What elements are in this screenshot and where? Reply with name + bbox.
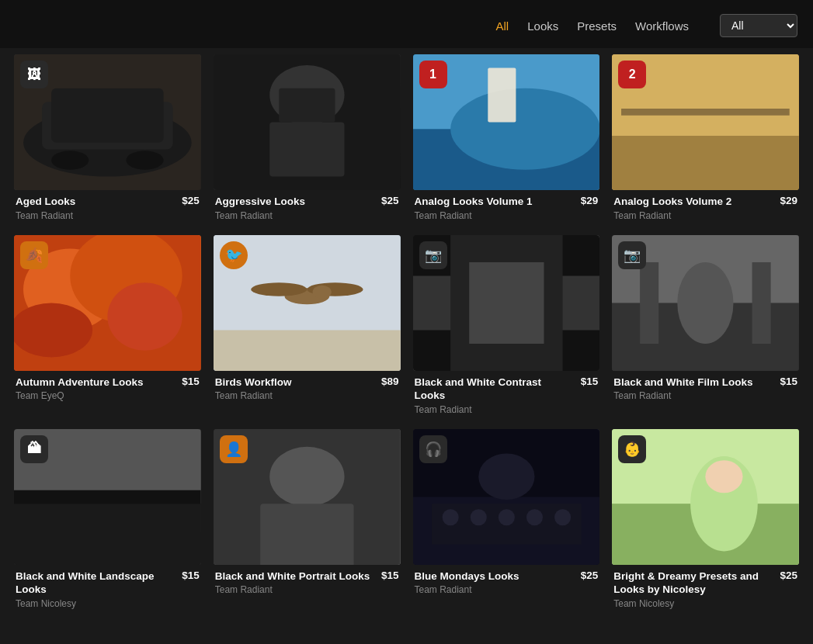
product-card-autumn-adventure[interactable]: 🍂 Autumn Adventure Looks $15 Team EyeQ <box>8 229 207 423</box>
card-badge-bright-dreamy: 👶 <box>618 435 646 463</box>
svg-point-29 <box>312 285 331 299</box>
card-info-bw-contrast: Black and White Contrast Looks $15 Team … <box>413 371 600 417</box>
card-title-row-analog-looks-1: Analog Looks Volume 1 $29 <box>415 195 599 209</box>
card-price-bright-dreamy: $25 <box>780 570 797 581</box>
card-author-bw-contrast: Team Radiant <box>415 404 599 415</box>
svg-point-60 <box>706 460 743 493</box>
svg-rect-8 <box>269 123 344 177</box>
card-title-row-aggressive-looks: Aggressive Looks $25 <box>215 195 399 209</box>
card-price-aggressive-looks: $25 <box>381 195 399 206</box>
card-price-bw-contrast: $15 <box>581 376 599 387</box>
card-title-row-bw-landscape: Black and White Landscape Looks $15 <box>16 570 200 597</box>
svg-point-22 <box>107 282 182 351</box>
card-title-autumn-adventure: Autumn Adventure Looks <box>16 376 175 390</box>
card-info-analog-looks-1: Analog Looks Volume 1 $29 Team Radiant <box>413 190 600 223</box>
card-title-row-analog-looks-2: Analog Looks Volume 2 $29 <box>613 195 797 209</box>
nav-tab-presets[interactable]: Presets <box>577 19 617 33</box>
product-card-analog-looks-1[interactable]: 1 Analog Looks Volume 1 $29 Team Radiant <box>407 48 606 229</box>
card-info-aggressive-looks: Aggressive Looks $25 Team Radiant <box>214 190 401 223</box>
product-card-blue-mondays[interactable]: 🎧 Blue Mondays Looks $25 Team Radiant <box>407 423 606 617</box>
nav-tab-all[interactable]: All <box>496 19 509 33</box>
card-title-row-blue-mondays: Blue Mondays Looks $25 <box>415 570 599 583</box>
svg-point-27 <box>251 282 307 296</box>
card-badge-bw-film: 📷 <box>618 241 646 269</box>
card-title-analog-looks-2: Analog Looks Volume 2 <box>613 195 773 209</box>
product-card-bright-dreamy[interactable]: 👶 Bright & Dreamy Presets and Looks by N… <box>606 423 805 617</box>
card-price-autumn-adventure: $15 <box>182 376 200 387</box>
svg-point-45 <box>269 446 344 506</box>
card-author-birds-workflow: Team Radiant <box>215 390 399 401</box>
product-card-bw-contrast[interactable]: 📷 Black and White Contrast Looks $15 Tea… <box>407 229 606 423</box>
svg-rect-16 <box>612 136 799 190</box>
card-badge-bw-landscape: 🏔 <box>20 435 48 463</box>
card-badge-bw-contrast: 📷 <box>419 241 447 269</box>
card-title-birds-workflow: Birds Workflow <box>215 376 375 390</box>
product-card-aged-looks[interactable]: 🖼 Aged Looks $25 Team Radiant <box>8 48 207 229</box>
product-card-bw-portrait[interactable]: 👤 Black and White Portrait Looks $15 Tea… <box>207 423 407 617</box>
svg-point-52 <box>470 509 486 525</box>
card-title-bright-dreamy: Bright & Dreamy Presets and Looks by Nic… <box>613 570 773 597</box>
card-info-bw-film: Black and White Film Looks $15 Team Radi… <box>612 371 799 403</box>
card-badge-autumn-adventure: 🍂 <box>20 241 48 269</box>
card-title-row-bw-portrait: Black and White Portrait Looks $15 <box>215 570 399 583</box>
card-info-bright-dreamy: Bright & Dreamy Presets and Looks by Nic… <box>612 565 799 611</box>
card-info-blue-mondays: Blue Mondays Looks $25 Team Radiant <box>413 565 600 597</box>
card-title-analog-looks-1: Analog Looks Volume 1 <box>415 195 575 209</box>
product-card-aggressive-looks[interactable]: Aggressive Looks $25 Team Radiant <box>207 48 407 229</box>
nav-tab-looks[interactable]: Looks <box>527 19 558 33</box>
card-title-bw-portrait: Black and White Portrait Looks <box>215 570 375 583</box>
card-image-autumn-adventure: 🍂 <box>14 235 201 371</box>
svg-point-13 <box>450 88 600 170</box>
card-image-bw-portrait: 👤 <box>214 429 401 565</box>
card-badge-analog-looks-2: 2 <box>618 61 646 88</box>
card-author-aggressive-looks: Team Radiant <box>215 210 399 221</box>
svg-point-53 <box>498 509 514 525</box>
card-image-aggressive-looks <box>214 54 401 190</box>
product-card-analog-looks-2[interactable]: 2 Analog Looks Volume 2 $29 Team Radiant <box>606 48 805 229</box>
card-price-bw-landscape: $15 <box>182 570 200 581</box>
svg-rect-14 <box>488 68 516 123</box>
card-title-row-birds-workflow: Birds Workflow $89 <box>215 376 399 390</box>
card-image-analog-looks-2: 2 <box>612 54 799 190</box>
card-title-bw-contrast: Black and White Contrast Looks <box>415 376 575 403</box>
card-author-analog-looks-1: Team Radiant <box>415 210 599 221</box>
svg-rect-18 <box>621 109 790 116</box>
card-image-bw-film: 📷 <box>612 235 799 371</box>
svg-point-54 <box>526 509 542 525</box>
app-container: All Looks Presets Workflows All <box>0 0 813 617</box>
product-card-bw-landscape[interactable]: 🏔 Black and White Landscape Looks $15 Te… <box>8 423 207 617</box>
card-author-bw-film: Team Radiant <box>613 390 797 401</box>
card-author-analog-looks-2: Team Radiant <box>613 210 797 221</box>
svg-rect-25 <box>214 330 401 371</box>
genre-filter[interactable]: All <box>720 14 797 37</box>
svg-rect-38 <box>752 262 771 344</box>
svg-rect-46 <box>260 504 353 565</box>
filter-section: All <box>712 14 797 37</box>
card-image-bw-landscape: 🏔 <box>14 429 201 565</box>
product-card-birds-workflow[interactable]: 🐦 Birds Workflow $89 Team Radiant <box>207 229 407 423</box>
product-card-bw-film[interactable]: 📷 Black and White Film Looks $15 Team Ra… <box>606 229 805 423</box>
card-badge-bw-portrait: 👤 <box>220 435 248 463</box>
card-title-bw-film: Black and White Film Looks <box>613 376 773 390</box>
svg-point-3 <box>51 151 89 170</box>
card-price-aged-looks: $25 <box>182 195 200 206</box>
card-info-autumn-adventure: Autumn Adventure Looks $15 Team EyeQ <box>14 371 201 403</box>
card-badge-analog-looks-1: 1 <box>419 61 447 88</box>
header: All Looks Presets Workflows All <box>0 0 813 48</box>
card-info-analog-looks-2: Analog Looks Volume 2 $29 Team Radiant <box>612 190 799 223</box>
card-badge-birds-workflow: 🐦 <box>220 241 248 269</box>
card-price-bw-portrait: $15 <box>381 570 399 581</box>
card-info-aged-looks: Aged Looks $25 Team Radiant <box>14 190 201 223</box>
card-title-blue-mondays: Blue Mondays Looks <box>415 570 575 583</box>
card-author-bw-landscape: Team Nicolesy <box>16 598 200 609</box>
nav-tab-workflows[interactable]: Workflows <box>635 19 689 33</box>
card-price-blue-mondays: $25 <box>581 570 599 581</box>
svg-rect-5 <box>51 88 163 143</box>
card-image-blue-mondays: 🎧 <box>413 429 600 565</box>
svg-point-51 <box>442 509 458 525</box>
card-title-row-bw-film: Black and White Film Looks $15 <box>613 376 797 390</box>
svg-point-39 <box>678 262 734 344</box>
main-nav: All Looks Presets Workflows <box>496 19 689 33</box>
svg-point-23 <box>14 303 92 357</box>
card-author-bw-portrait: Team Radiant <box>215 584 399 595</box>
